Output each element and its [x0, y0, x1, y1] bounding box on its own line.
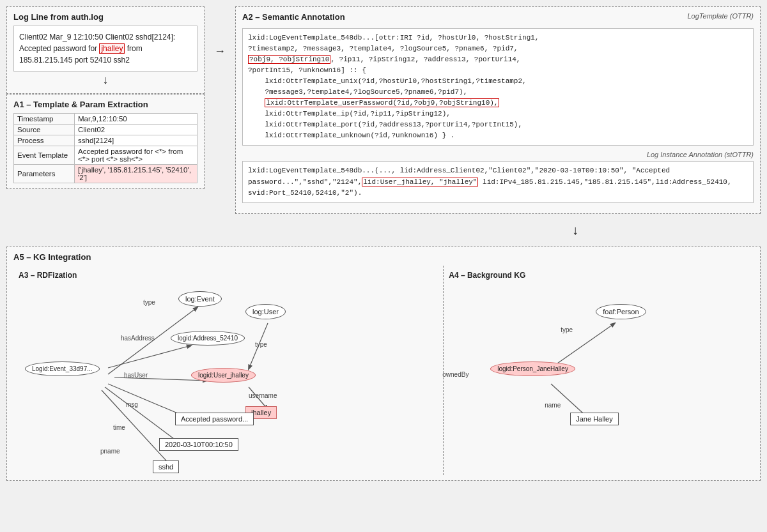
name-node: Jane Halley — [570, 413, 618, 425]
log-line-content: Client02 Mar_9 12:10:50 Client02 sshd[21… — [13, 26, 198, 72]
label-event-template: Event Template — [14, 146, 75, 165]
stottr-highlight: lid:User_jhalley, "jhalley" — [362, 178, 478, 186]
label-process: Process — [14, 135, 75, 146]
event-node: Logid:Event_33d97... — [25, 361, 100, 376]
ottr-code-block: lxid:LogEventTemplate_548db...[ottr:IRI … — [242, 28, 754, 146]
template-table: Timestamp Mar,9,12:10:50 Source Client02… — [13, 113, 198, 183]
a4-edge-ownedby: ownedBy — [442, 371, 469, 378]
event-ellipse: Logid:Event_33d97... — [25, 361, 100, 376]
msg-node: Accepted password... — [175, 413, 254, 425]
edge-username: username — [249, 392, 277, 399]
stottr-label: Log Instance Annotation (stOTTR) — [242, 151, 754, 158]
log-highlight: jhalley — [99, 43, 125, 54]
top-layout: Log Line from auth.log Client02 Mar_9 12… — [6, 6, 761, 214]
a3-graph: Logid:Event_33d97... log:Event logid:Add… — [19, 285, 438, 470]
table-row: Timestamp Mar,9,12:10:50 — [14, 114, 198, 125]
a1-title: A1 – Template & Param Extraction — [13, 100, 198, 109]
label-source: Source — [14, 125, 75, 135]
ottr-line-1: lxid:LogEventTemplate_548db...[ottr:IRI … — [248, 33, 748, 43]
a4-edge-name: name — [545, 402, 561, 409]
log-event-ellipse: log:Event — [178, 291, 222, 307]
log-user-ellipse: log:User — [245, 304, 286, 319]
foaf-node: foaf:Person — [596, 304, 646, 319]
edge-has-address: hasAddress — [121, 335, 155, 342]
ottr-line-10: lxid:OttrTemplate_unknown(?id,?unknown16… — [248, 130, 748, 141]
pname-node: sshd — [153, 460, 179, 473]
label-parameters: Parameters — [14, 165, 75, 183]
log-content-before: Client02 Mar_9 12:10:50 Client02 sshd[21… — [19, 33, 175, 53]
svg-line-4 — [105, 387, 182, 445]
stottr-code-block: lxid:LogEventTemplate_548db...(..., lid:… — [242, 161, 754, 202]
person-ellipse: logid:Person_JaneHalley — [490, 361, 575, 376]
value-source: Client02 — [75, 125, 198, 135]
foaf-ellipse: foaf:Person — [596, 304, 646, 319]
name-rect: Jane Halley — [570, 413, 618, 425]
msg-rect: Accepted password... — [175, 413, 254, 425]
ottr-highlight-2: lxid:OttrTemplate_userPassword(?id,?obj9… — [265, 98, 499, 107]
person-node: logid:Person_JaneHalley — [490, 361, 575, 376]
ottr-line-3: ?obj9, ?objString10, ?ip11, ?ipString12,… — [248, 54, 748, 65]
svg-line-1 — [108, 346, 191, 368]
ottr-label: LogTemplate (OTTR) — [687, 12, 754, 20]
middle-arrow: ↓ — [390, 223, 761, 238]
ottr-line-5: lxid:OttrTemplate_unix(?id,?hostUrl0,?ho… — [248, 76, 748, 87]
edge-msg: msg — [126, 401, 138, 408]
arrow-right-1: → — [211, 45, 229, 58]
a5-title: A5 – KG Integration — [13, 252, 754, 262]
ottr-line-9: lxid:OttrTemplate_port(?id,?address13,?p… — [248, 119, 748, 130]
value-timestamp: Mar,9,12:10:50 — [75, 114, 198, 125]
left-column: Log Line from auth.log Client02 Mar_9 12… — [6, 6, 205, 189]
edge-has-user: hasUser — [124, 372, 148, 379]
edge-pname: pname — [100, 448, 120, 455]
a2-box: A2 – Semantic Annotation LogTemplate (OT… — [235, 6, 761, 214]
ottr-line-7: lxid:OttrTemplate_userPassword(?id,?obj9… — [248, 98, 748, 109]
a4-graph: logid:Person_JaneHalley foaf:Person Jane… — [449, 285, 748, 470]
table-row: Parameters ['jhalley', '185.81.215.145',… — [14, 165, 198, 183]
a3-title: A3 – RDFization — [19, 271, 438, 280]
log-event-node: log:Event — [178, 291, 222, 307]
ottr-line-2: ?timestamp2, ?message3, ?template4, ?log… — [248, 43, 748, 54]
ottr-line-4: ?portInt15, ?unknown16] :: { — [248, 65, 748, 76]
right-column: A2 – Semantic Annotation LogTemplate (OT… — [235, 6, 761, 214]
table-row: Source Client02 — [14, 125, 198, 135]
value-process: sshd[2124] — [75, 135, 198, 146]
pname-rect: sshd — [153, 460, 179, 473]
kg-inner: A3 – RDFization — [13, 266, 754, 475]
a3-section: A3 – RDFization — [13, 266, 444, 475]
log-line-title: Log Line from auth.log — [13, 12, 198, 22]
ottr-highlight-1: ?obj9, ?objString10 — [248, 55, 330, 64]
user-jhalley-ellipse: logid:User_jhalley — [191, 368, 256, 383]
edge-type-2: type — [255, 341, 267, 348]
a4-title: A4 – Background KG — [449, 271, 748, 280]
log-line-box: Log Line from auth.log Client02 Mar_9 12… — [6, 6, 205, 94]
value-event-template: Accepted password for <*> from <*> port … — [75, 146, 198, 165]
a1-box: A1 – Template & Param Extraction Timesta… — [6, 94, 205, 189]
ottr-line-6: ?message3,?template4,?logSource5,?pname6… — [248, 87, 748, 98]
main-container: Log Line from auth.log Client02 Mar_9 12… — [6, 6, 761, 481]
label-timestamp: Timestamp — [14, 114, 75, 125]
a4-edge-type: type — [561, 326, 573, 333]
time-rect: 2020-03-10T00:10:50 — [159, 438, 238, 451]
user-jhalley-node: logid:User_jhalley — [191, 368, 256, 383]
a5-box: A5 – KG Integration A3 – RDFization — [6, 247, 761, 481]
time-node: 2020-03-10T00:10:50 — [159, 438, 238, 451]
address-node: logid:Address_52410 — [171, 331, 245, 346]
table-row: Event Template Accepted password for <*>… — [14, 146, 198, 165]
ottr-line-8: lxid:OttrTemplate_ip(?id,?ip11,?ipString… — [248, 109, 748, 119]
value-parameters: ['jhalley', '185.81.215.145', '52410', '… — [75, 165, 198, 183]
a2-title: A2 – Semantic Annotation — [242, 12, 345, 22]
edge-type-1: type — [143, 299, 155, 306]
a4-section: A4 – Background KG — [444, 266, 754, 475]
arrow-down-1: ↓ — [13, 74, 198, 86]
table-row: Process sshd[2124] — [14, 135, 198, 146]
edge-time: time — [113, 424, 125, 431]
log-user-node: log:User — [245, 304, 286, 319]
address-ellipse: logid:Address_52410 — [171, 331, 245, 346]
